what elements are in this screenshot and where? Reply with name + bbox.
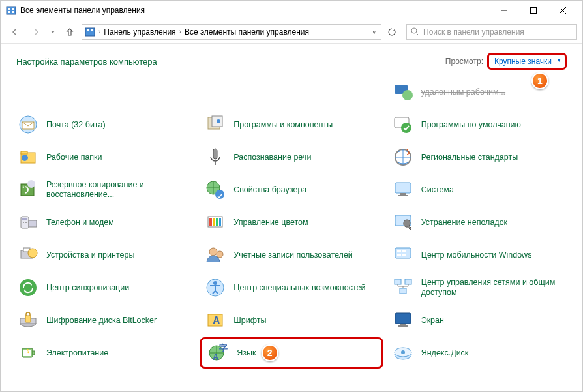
content-header: Настройка параметров компьютера Просмотр…: [1, 44, 582, 76]
svg-rect-0: [7, 7, 16, 14]
svg-rect-54: [397, 254, 401, 256]
forward-button[interactable]: [27, 23, 45, 41]
window-title: Все элементы панели управления: [20, 6, 489, 15]
svg-point-20: [217, 119, 220, 123]
svg-point-78: [401, 350, 405, 354]
svg-rect-36: [22, 218, 27, 220]
annotation-badge-2: 2: [262, 344, 278, 361]
grid-item-power[interactable]: Электропитание: [12, 337, 196, 369]
maximize-button[interactable]: [518, 1, 548, 20]
svg-rect-26: [213, 149, 217, 159]
svg-rect-42: [213, 218, 215, 226]
breadcrumb[interactable]: Панель управления: [102, 27, 177, 37]
svg-rect-33: [400, 193, 406, 195]
grid-item-mail[interactable]: Почта (32 бита): [12, 109, 196, 140]
svg-rect-3: [8, 11, 10, 13]
grid-item-remote-truncated[interactable]: удаленным рабочим...: [387, 76, 571, 108]
svg-rect-1: [8, 8, 10, 10]
chevron-right-icon: ›: [177, 28, 183, 35]
svg-rect-68: [400, 324, 406, 325]
chevron-down-icon[interactable]: v: [370, 29, 379, 35]
search-icon: [411, 27, 419, 36]
grid-item-phone-modem[interactable]: Телефон и модем: [12, 207, 196, 238]
svg-point-49: [209, 248, 217, 256]
svg-point-25: [22, 155, 28, 161]
close-button[interactable]: [548, 1, 577, 20]
grid-item-ease-of-access[interactable]: Центр специальных возможностей: [200, 272, 383, 303]
grid-item-mobility-center[interactable]: Центр мобильности Windows: [387, 239, 571, 271]
svg-rect-67: [395, 313, 411, 324]
svg-rect-55: [402, 254, 406, 256]
page-title: Настройка параметров компьютера: [16, 57, 157, 67]
svg-text:A: A: [213, 352, 219, 362]
grid-item-sync-center[interactable]: Центр синхронизации: [12, 272, 196, 303]
grid-item-yandex-disk[interactable]: Яндекс.Диск: [387, 337, 571, 369]
up-button[interactable]: [61, 23, 79, 41]
grid-item-color-management[interactable]: Управление цветом: [200, 207, 383, 238]
grid-item-fonts[interactable]: AШрифты: [200, 305, 383, 336]
view-selector: Просмотр: Крупные значки: [445, 53, 567, 70]
svg-rect-69: [398, 325, 408, 327]
svg-rect-61: [400, 288, 406, 294]
view-dropdown[interactable]: Крупные значки: [487, 53, 567, 70]
svg-point-12: [411, 28, 417, 33]
grid-item-work-folders[interactable]: Рабочие папки: [12, 142, 196, 173]
grid-item-region[interactable]: Региональные стандарты: [387, 142, 571, 173]
svg-rect-59: [395, 279, 401, 284]
search-input[interactable]: Поиск в панели управления: [406, 24, 577, 40]
chevron-right-icon: ›: [97, 28, 102, 35]
svg-rect-4: [12, 11, 14, 13]
grid-item-default-programs[interactable]: Программы по умолчанию: [387, 109, 571, 140]
grid-item-network-sharing[interactable]: Центр управления сетями и общим доступом: [387, 272, 571, 303]
minimize-button[interactable]: [489, 1, 518, 20]
svg-rect-9: [85, 28, 95, 36]
svg-rect-39: [29, 220, 37, 227]
svg-rect-2: [12, 8, 14, 10]
svg-point-58: [213, 281, 217, 285]
items-grid: удаленным рабочим... Почта (32 бита) Про…: [1, 76, 582, 375]
address-bar[interactable]: › Панель управления › Все элементы панел…: [82, 24, 381, 40]
svg-rect-72: [23, 350, 31, 356]
back-button[interactable]: [6, 23, 24, 41]
control-panel-icon: [6, 5, 16, 16]
svg-rect-24: [21, 151, 27, 154]
grid-item-speech[interactable]: Распознавание речи: [200, 142, 383, 173]
titlebar: Все элементы панели управления: [1, 1, 582, 20]
svg-rect-11: [91, 29, 93, 31]
svg-rect-44: [219, 218, 221, 226]
grid-item-system[interactable]: Система: [387, 174, 571, 205]
svg-rect-60: [405, 279, 411, 284]
search-placeholder: Поиск в панели управления: [423, 27, 524, 37]
grid-item-user-accounts[interactable]: Учетные записи пользователей: [200, 239, 383, 271]
svg-rect-10: [87, 29, 89, 31]
grid-item-backup[interactable]: Резервное копирование и восстановление..…: [12, 174, 196, 205]
grid-item-devices-printers[interactable]: Устройства и принтеры: [12, 239, 196, 271]
view-label: Просмотр:: [445, 57, 483, 66]
svg-point-15: [402, 90, 413, 100]
grid-item-internet-options[interactable]: Свойства браузера: [200, 174, 383, 205]
control-panel-icon: [85, 27, 95, 37]
svg-point-38: [25, 222, 27, 223]
refresh-button[interactable]: [384, 24, 400, 40]
svg-rect-32: [395, 183, 411, 193]
svg-rect-71: [33, 351, 35, 355]
svg-rect-6: [530, 7, 536, 13]
grid-item-troubleshooting[interactable]: Устранение неполадок: [387, 207, 571, 238]
svg-point-48: [28, 249, 37, 258]
grid-item-language[interactable]: 字A Язык 2: [200, 337, 383, 369]
svg-rect-51: [395, 248, 411, 258]
svg-line-13: [416, 33, 419, 35]
grid-item-programs-features[interactable]: Программы и компоненты: [200, 109, 383, 140]
breadcrumb[interactable]: Все элементы панели управления: [183, 27, 310, 37]
nav-toolbar: › Панель управления › Все элементы панел…: [1, 20, 582, 44]
svg-rect-34: [398, 195, 408, 196]
svg-rect-53: [402, 250, 406, 252]
grid-item-display[interactable]: Экран: [387, 305, 571, 336]
grid-item-bitlocker[interactable]: Шифрование диска BitLocker: [12, 305, 196, 336]
svg-point-50: [217, 251, 223, 258]
svg-rect-43: [216, 218, 218, 226]
svg-text:A: A: [213, 315, 220, 326]
recent-dropdown[interactable]: [48, 23, 58, 41]
svg-rect-64: [25, 316, 31, 322]
svg-rect-52: [397, 250, 401, 252]
